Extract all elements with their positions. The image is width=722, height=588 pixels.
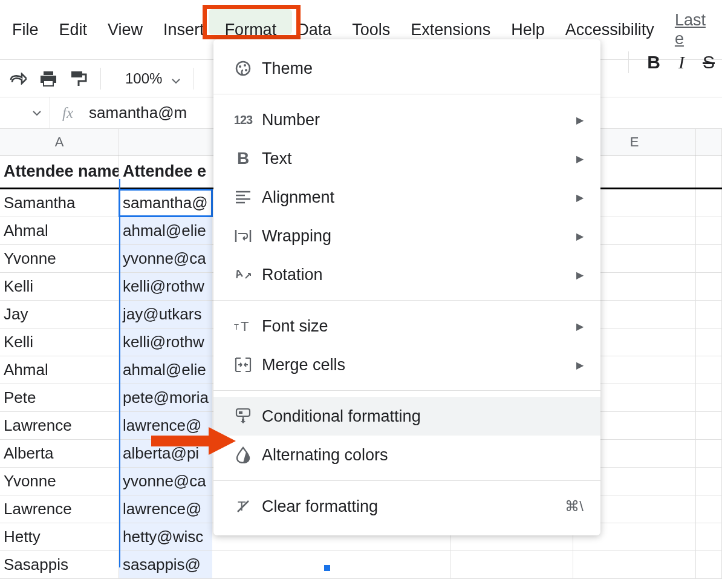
- cell[interactable]: [696, 328, 722, 356]
- paint-format-icon[interactable]: [70, 70, 87, 87]
- menu-separator: [213, 390, 600, 391]
- cell[interactable]: [696, 245, 722, 272]
- cell-attendee-name[interactable]: Samantha: [0, 189, 119, 217]
- cell-attendee-email[interactable]: lawrence@: [119, 412, 212, 439]
- cell-attendee-email[interactable]: hetty@wisc: [119, 523, 212, 550]
- menu-separator: [213, 94, 600, 94]
- cell-attendee-email[interactable]: alberta@pi: [119, 440, 212, 467]
- cell[interactable]: [696, 301, 722, 328]
- cell-attendee-name[interactable]: Kelli: [0, 328, 119, 356]
- header-attendee-email[interactable]: Attendee e: [119, 155, 212, 188]
- cell-attendee-name[interactable]: Hetty: [0, 523, 119, 550]
- bold-button[interactable]: B: [647, 52, 660, 73]
- cell[interactable]: [696, 189, 722, 217]
- menu-item-wrapping[interactable]: Wrapping ▶: [213, 217, 600, 255]
- cell[interactable]: [696, 412, 722, 439]
- menu-item-label: Conditional formatting: [262, 407, 584, 426]
- menu-item-number[interactable]: 123 Number ▶: [213, 100, 600, 139]
- italic-button[interactable]: I: [678, 52, 685, 73]
- cell-attendee-email[interactable]: yvonne@ca: [119, 245, 212, 272]
- submenu-arrow-icon: ▶: [576, 230, 584, 242]
- submenu-arrow-icon: ▶: [576, 359, 584, 371]
- cell-attendee-email[interactable]: kelli@rothw: [119, 273, 212, 300]
- menu-item-label: Text: [262, 149, 576, 168]
- print-icon[interactable]: [40, 70, 57, 87]
- cell-attendee-email[interactable]: sasappis@: [119, 551, 212, 578]
- col-header-A[interactable]: A: [0, 129, 119, 155]
- menu-item-alignment[interactable]: Alignment ▶: [213, 178, 600, 217]
- menu-item-font-size[interactable]: TT Font size ▶: [213, 307, 600, 345]
- header-attendee-name[interactable]: Attendee name: [0, 155, 119, 188]
- menu-item-label: Number: [262, 111, 576, 129]
- cell[interactable]: [696, 440, 722, 467]
- menu-item-label: Theme: [262, 59, 584, 78]
- menu-view[interactable]: View: [108, 17, 143, 43]
- cell-attendee-email[interactable]: samantha@: [119, 189, 212, 217]
- alternating-colors-icon: [230, 446, 256, 463]
- cell[interactable]: [696, 155, 722, 188]
- cell-attendee-name[interactable]: Jay: [0, 301, 119, 328]
- cell[interactable]: [696, 273, 722, 300]
- menu-item-alternating-colors[interactable]: Alternating colors: [213, 436, 600, 474]
- cell[interactable]: [696, 217, 722, 244]
- col-header-B[interactable]: [119, 129, 212, 155]
- menu-edit[interactable]: Edit: [59, 17, 88, 43]
- menu-insert[interactable]: Insert: [163, 17, 204, 43]
- name-box[interactable]: [0, 111, 50, 116]
- toolbar-right: B I S: [628, 44, 722, 81]
- col-header-F[interactable]: [696, 129, 722, 155]
- cell-attendee-email[interactable]: lawrence@: [119, 495, 212, 523]
- submenu-arrow-icon: ▶: [576, 114, 584, 126]
- cell[interactable]: [450, 551, 573, 578]
- cell[interactable]: [696, 468, 722, 495]
- cell[interactable]: [696, 523, 722, 550]
- submenu-arrow-icon: ▶: [576, 192, 584, 203]
- cell-attendee-name[interactable]: Alberta: [0, 440, 119, 467]
- cell-attendee-name[interactable]: Lawrence: [0, 412, 119, 439]
- cell-attendee-name[interactable]: Ahmal: [0, 356, 119, 384]
- toolbar-separator: [628, 51, 629, 73]
- font-size-icon: TT: [230, 319, 256, 333]
- zoom-dropdown[interactable]: 100%: [125, 70, 180, 87]
- cell[interactable]: [696, 384, 722, 411]
- redo-icon[interactable]: [10, 70, 27, 87]
- cell-attendee-name[interactable]: Lawrence: [0, 495, 119, 523]
- cell[interactable]: [573, 551, 696, 578]
- menu-item-label: Rotation: [262, 266, 576, 284]
- submenu-arrow-icon: ▶: [576, 153, 584, 165]
- cell-attendee-name[interactable]: Yvonne: [0, 245, 119, 272]
- cell-attendee-name[interactable]: Yvonne: [0, 468, 119, 495]
- cell-attendee-email[interactable]: kelli@rothw: [119, 328, 212, 356]
- cell[interactable]: [696, 495, 722, 523]
- menu-item-text[interactable]: B Text ▶: [213, 139, 600, 178]
- cell[interactable]: [212, 551, 450, 578]
- zoom-value: 100%: [125, 70, 162, 87]
- cell-attendee-email[interactable]: yvonne@ca: [119, 468, 212, 495]
- menu-item-conditional-formatting[interactable]: Conditional formatting: [213, 397, 600, 436]
- menu-file[interactable]: File: [12, 17, 39, 43]
- cell-attendee-name[interactable]: Kelli: [0, 273, 119, 300]
- selection-handle[interactable]: [324, 565, 330, 571]
- merge-cells-icon: [230, 357, 256, 373]
- menu-item-rotation[interactable]: A Rotation ▶: [213, 255, 600, 294]
- menu-item-merge-cells[interactable]: Merge cells ▶: [213, 345, 600, 384]
- formula-input[interactable]: samantha@m: [85, 103, 187, 122]
- cell-attendee-name[interactable]: Sasappis: [0, 551, 119, 578]
- text-bold-icon: B: [230, 149, 256, 168]
- submenu-arrow-icon: ▶: [576, 269, 584, 281]
- cell-attendee-name[interactable]: Pete: [0, 384, 119, 411]
- cell[interactable]: [696, 356, 722, 384]
- cell[interactable]: [696, 551, 722, 578]
- submenu-arrow-icon: ▶: [576, 321, 584, 332]
- cell-attendee-email[interactable]: pete@moria: [119, 384, 212, 411]
- strikethrough-button[interactable]: S: [703, 52, 715, 73]
- clear-formatting-icon: T: [230, 498, 256, 514]
- cell-attendee-email[interactable]: ahmal@elie: [119, 356, 212, 384]
- cell-attendee-email[interactable]: ahmal@elie: [119, 217, 212, 244]
- menu-item-label: Alternating colors: [262, 446, 584, 465]
- cell-attendee-name[interactable]: Ahmal: [0, 217, 119, 244]
- menu-item-clear-formatting[interactable]: T Clear formatting ⌘\: [213, 487, 600, 526]
- menu-item-theme[interactable]: Theme: [213, 49, 600, 88]
- cell-attendee-email[interactable]: jay@utkars: [119, 301, 212, 328]
- svg-text:T: T: [234, 322, 239, 332]
